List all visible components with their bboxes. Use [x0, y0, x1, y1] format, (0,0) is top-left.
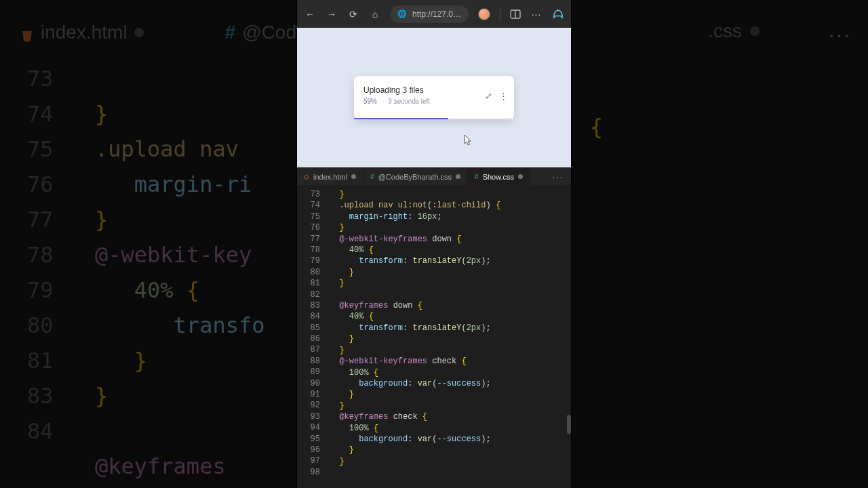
editor-tabbar: ◇ index.html # @CodeByBharath.css # Show… — [297, 167, 571, 185]
split-screen-icon[interactable] — [510, 9, 521, 20]
line-numbers: 7374757677787980818283848586878889909192… — [297, 185, 326, 488]
progress-fill — [354, 118, 448, 119]
address-url: http://127.0.0.1… — [412, 9, 462, 19]
profile-avatar[interactable] — [478, 8, 490, 20]
address-bar[interactable]: 🌐 http://127.0.0.1… — [391, 5, 469, 23]
separator-dot: · — [382, 98, 384, 105]
file-type-icon: # — [475, 173, 479, 180]
dirty-dot-icon — [351, 174, 356, 179]
dirty-dot-icon — [134, 28, 144, 37]
tab-index-html[interactable]: ◇ index.html — [297, 168, 363, 185]
bg-tab-index: index.html — [0, 16, 164, 49]
bg-tab-right: .css — [708, 20, 760, 42]
tab-label: index.html — [313, 173, 347, 181]
bg-tab-right-label: .css — [708, 20, 742, 42]
divider — [500, 9, 500, 20]
upload-toast: Uploading 3 files 59% · 3 seconds left ⤢… — [354, 76, 514, 119]
dirty-dot-icon — [518, 174, 523, 179]
tab-label: @CodeByBharath.css — [378, 173, 452, 181]
progress-track — [354, 118, 514, 119]
upload-percent: 59% — [363, 98, 377, 105]
upload-subtitle: 59% · 3 seconds left — [363, 98, 505, 105]
file-type-icon: # — [370, 173, 374, 180]
home-button[interactable]: ⌂ — [369, 9, 381, 20]
html-file-icon — [20, 26, 34, 39]
dirty-dot-icon — [750, 26, 760, 36]
back-button[interactable]: ← — [304, 9, 316, 20]
bg-line-numbers: 7374757677787980818384 — [27, 61, 54, 449]
svg-marker-0 — [22, 31, 32, 42]
css-file-icon: # — [225, 22, 236, 43]
bg-code-right: { — [590, 114, 603, 140]
bg-tab-label: index.html — [41, 22, 127, 43]
tab-show-css[interactable]: # Show.css — [468, 168, 530, 185]
mouse-cursor-icon — [464, 134, 472, 146]
browser-chrome: ← → ⟳ ⌂ 🌐 http://127.0.0.1… ··· — [297, 0, 571, 28]
overflow-menu-icon: ··· — [829, 23, 852, 46]
bg-code: } .upload nav margin-ri } @-webkit-key 4… — [95, 61, 264, 488]
page-preview: Uploading 3 files 59% · 3 seconds left ⤢… — [297, 28, 571, 167]
tab-label: Show.css — [483, 173, 514, 181]
forward-button[interactable]: → — [326, 9, 338, 20]
tab--codebybharath-css[interactable]: # @CodeByBharath.css — [363, 168, 468, 185]
upload-remaining: 3 seconds left — [388, 98, 430, 105]
upload-title: Uploading 3 files — [363, 85, 505, 95]
globe-icon: 🌐 — [397, 9, 407, 18]
more-options-icon[interactable]: ⋮ — [499, 91, 507, 101]
code-editor[interactable]: 7374757677787980818283848586878889909192… — [297, 185, 571, 488]
more-menu-icon[interactable]: ··· — [530, 9, 542, 20]
file-type-icon: ◇ — [304, 173, 309, 180]
center-column: ← → ⟳ ⌂ 🌐 http://127.0.0.1… ··· Uploadin… — [297, 0, 571, 488]
tab-overflow-icon[interactable]: ··· — [545, 168, 571, 185]
code-content[interactable]: } .upload nav ul:not(:last-child) { marg… — [326, 185, 571, 488]
dirty-dot-icon — [456, 174, 460, 179]
reload-button[interactable]: ⟳ — [347, 9, 359, 20]
scrollbar-thumb[interactable] — [567, 415, 571, 434]
expand-icon[interactable]: ⤢ — [485, 91, 492, 101]
copilot-icon[interactable] — [552, 8, 564, 20]
